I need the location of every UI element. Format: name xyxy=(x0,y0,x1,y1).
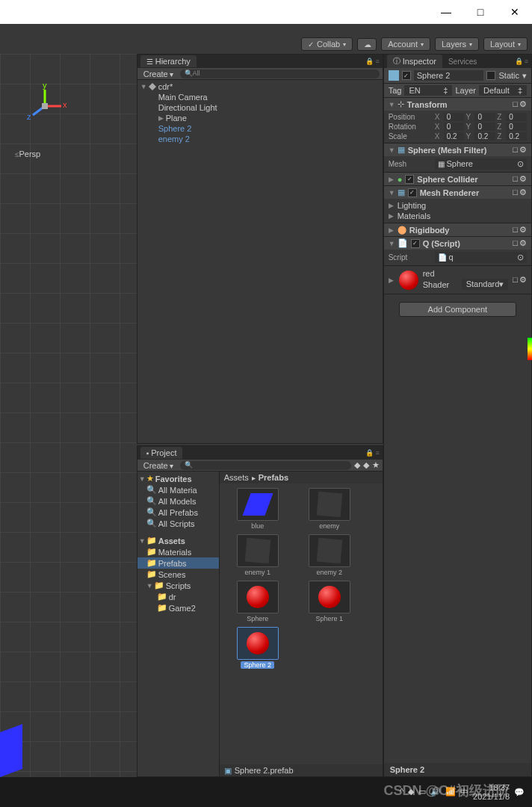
gameobject-name-field[interactable]: Sphere 2 xyxy=(414,70,484,81)
collab-dropdown[interactable]: ✓ Collab▾ xyxy=(301,37,353,51)
asset-item-selected[interactable]: Sphere 2 xyxy=(224,627,291,669)
asset-item[interactable]: enemy 1 xyxy=(224,534,291,576)
folder-item[interactable]: 📁Scenes xyxy=(137,569,219,580)
favorite-icon[interactable]: ★ xyxy=(372,460,380,470)
renderer-enabled-checkbox[interactable]: ✓ xyxy=(408,188,417,197)
scale-x-field[interactable]: 0.2 xyxy=(444,132,465,140)
menu-icon[interactable]: ≡ xyxy=(375,449,379,457)
help-icon[interactable]: □ xyxy=(513,225,518,235)
services-tab[interactable]: Services xyxy=(442,56,483,67)
asset-item[interactable]: Sphere xyxy=(224,581,291,622)
window-maximize-button[interactable]: □ xyxy=(463,0,498,24)
menu-icon[interactable]: ≡ xyxy=(525,58,528,65)
scale-y-field[interactable]: 0.2 xyxy=(474,132,495,140)
material-foldout[interactable]: ▶ xyxy=(389,276,395,284)
gear-icon[interactable]: ⚙ xyxy=(519,275,527,285)
script-header[interactable]: ▼📄✓Q (Script)□⚙ xyxy=(384,237,531,250)
asset-item[interactable]: enemy 2 xyxy=(296,534,363,576)
account-dropdown[interactable]: Account▾ xyxy=(381,37,430,51)
renderer-header[interactable]: ▼▦✓Mesh Renderer□⚙ xyxy=(384,186,531,199)
fav-item[interactable]: 🔍All Scripts xyxy=(137,518,219,529)
scene-root[interactable]: ▼ cdr* xyxy=(137,81,383,92)
transform-header[interactable]: ▼⊹Transform□⚙ xyxy=(384,98,531,111)
create-dropdown[interactable]: Create ▾ xyxy=(140,69,177,78)
script-field[interactable]: 📄 q⊙ xyxy=(435,252,527,263)
static-checkbox[interactable] xyxy=(486,71,495,80)
notification-icon[interactable]: 💬 xyxy=(514,788,525,797)
help-icon[interactable]: □ xyxy=(513,174,518,184)
folder-item-selected[interactable]: 📁Prefabs xyxy=(137,557,219,569)
help-icon[interactable]: □ xyxy=(513,145,518,155)
project-search[interactable]: 🔍 xyxy=(180,461,351,470)
fav-item[interactable]: 🔍All Models xyxy=(137,495,219,507)
lock-icon[interactable]: 🔒 xyxy=(365,449,374,457)
window-close-button[interactable]: ✕ xyxy=(498,0,532,24)
assets-header[interactable]: ▼📁 Assets xyxy=(137,535,219,546)
project-create-dropdown[interactable]: Create ▾ xyxy=(140,461,177,470)
shader-dropdown[interactable]: Standard▾ xyxy=(462,279,509,290)
fav-item[interactable]: 🔍All Prefabs xyxy=(137,507,219,518)
pos-x-field[interactable]: 0 xyxy=(444,113,465,121)
tag-dropdown[interactable]: EN‡ xyxy=(404,85,452,96)
folder-item[interactable]: 📁dr xyxy=(137,591,219,602)
asset-item[interactable]: Sphere 1 xyxy=(296,581,363,622)
add-component-button[interactable]: Add Component xyxy=(399,302,516,317)
breadcrumb[interactable]: Assets ▸ Prefabs xyxy=(220,471,383,483)
hierarchy-tab[interactable]: ☰ Hierarchy xyxy=(140,55,197,67)
project-tab[interactable]: ▪ Project xyxy=(140,447,183,459)
lighting-foldout[interactable]: ▶Lighting xyxy=(389,200,527,211)
inspector-tab[interactable]: ⓘ Inspector xyxy=(387,55,442,68)
asset-item[interactable]: blue xyxy=(224,488,291,530)
help-icon[interactable]: □ xyxy=(513,188,518,197)
help-icon[interactable]: □ xyxy=(513,238,518,248)
hierarchy-tree[interactable]: ▼ cdr* Main Camera Directional Light ▶Pl… xyxy=(137,80,383,443)
meshfilter-header[interactable]: ▼▦Sphere (Mesh Filter)□⚙ xyxy=(384,143,531,156)
scale-z-field[interactable]: 0.2 xyxy=(506,132,527,140)
folder-item[interactable]: 📁Materials xyxy=(137,546,219,557)
cloud-button[interactable]: ☁ xyxy=(357,38,377,51)
folder-item[interactable]: ▼📁Scripts xyxy=(137,580,219,591)
gear-icon[interactable]: ⚙ xyxy=(519,188,527,197)
layer-dropdown[interactable]: Default‡ xyxy=(479,85,527,96)
rigidbody-header[interactable]: ▶⬤Rigidbody□⚙ xyxy=(384,223,531,236)
favorites-header[interactable]: ▼★ Favorites xyxy=(137,473,219,484)
filter-icon[interactable]: ◆ xyxy=(363,460,369,470)
rot-y-field[interactable]: 0 xyxy=(474,123,495,131)
rot-x-field[interactable]: 0 xyxy=(444,123,465,131)
gear-icon[interactable]: ⚙ xyxy=(519,99,527,109)
hierarchy-item[interactable]: Sphere 2 xyxy=(137,123,383,134)
project-tree[interactable]: ▼★ Favorites 🔍All Materia 🔍All Models 🔍A… xyxy=(137,471,220,776)
gear-icon[interactable]: ⚙ xyxy=(519,238,527,248)
asset-item[interactable]: enemy xyxy=(296,488,363,530)
gear-icon[interactable]: ⚙ xyxy=(519,174,527,184)
filter-icon[interactable]: ◆ xyxy=(354,460,360,470)
folder-item[interactable]: 📁Game2 xyxy=(137,602,219,613)
help-icon[interactable]: □ xyxy=(513,275,518,285)
asset-grid[interactable]: blue enemy enemy 1 enemy 2 Sphere Sphere… xyxy=(220,483,383,764)
collider-enabled-checkbox[interactable]: ✓ xyxy=(405,175,414,184)
help-icon[interactable]: □ xyxy=(513,99,518,109)
fav-item[interactable]: 🔍All Materia xyxy=(137,484,219,495)
gear-icon[interactable]: ⚙ xyxy=(519,225,527,235)
mesh-field[interactable]: ▦ Sphere⊙ xyxy=(435,158,527,170)
persp-label[interactable]: ≤Persp xyxy=(15,149,40,158)
gear-icon[interactable]: ⚙ xyxy=(519,145,527,155)
hierarchy-search[interactable]: 🔍All xyxy=(180,69,380,78)
menu-icon[interactable]: ≡ xyxy=(375,58,379,65)
hierarchy-item[interactable]: ▶Plane xyxy=(137,113,383,123)
collider-header[interactable]: ▶●✓Sphere Collider□⚙ xyxy=(384,173,531,185)
materials-foldout[interactable]: ▶Materials xyxy=(389,211,527,221)
pos-y-field[interactable]: 0 xyxy=(474,113,495,121)
layers-dropdown[interactable]: Layers▾ xyxy=(435,37,479,51)
hierarchy-item[interactable]: Directional Light xyxy=(137,102,383,113)
active-checkbox[interactable]: ✓ xyxy=(402,71,411,80)
layout-dropdown[interactable]: Layout▾ xyxy=(483,37,528,51)
lock-icon[interactable]: 🔒 xyxy=(365,58,374,65)
hierarchy-item[interactable]: Main Camera xyxy=(137,92,383,102)
scene-gizmo[interactable]: y x z xyxy=(22,84,67,129)
hierarchy-item[interactable]: enemy 2 xyxy=(137,134,383,144)
window-minimize-button[interactable]: — xyxy=(429,0,463,24)
script-enabled-checkbox[interactable]: ✓ xyxy=(411,239,420,248)
pos-z-field[interactable]: 0 xyxy=(506,113,527,121)
scene-view[interactable]: y x z ≤Persp xyxy=(0,54,137,777)
